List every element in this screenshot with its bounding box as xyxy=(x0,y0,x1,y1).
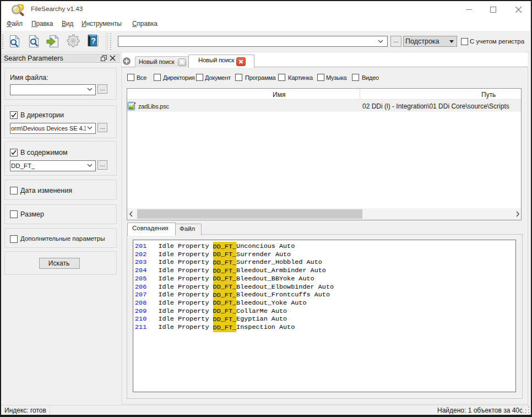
svg-text:?: ? xyxy=(91,36,96,45)
